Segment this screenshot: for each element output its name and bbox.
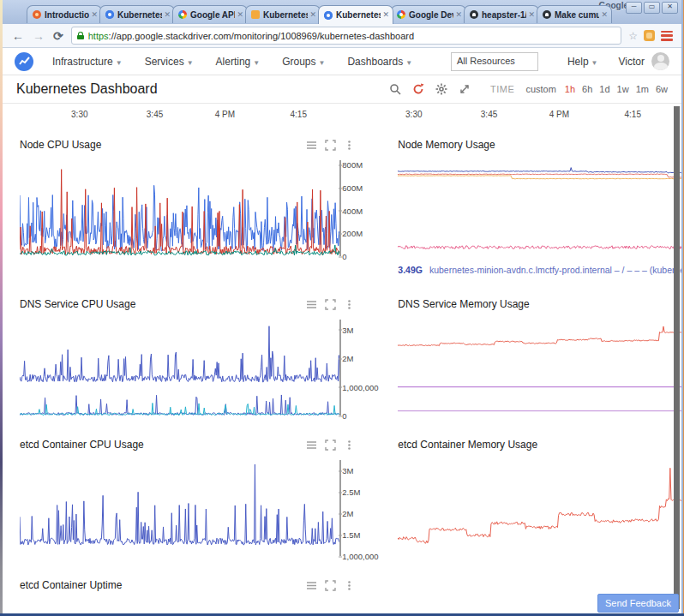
browser-tab-7[interactable]: heapster-1/s✕ bbox=[464, 5, 539, 23]
chart-more-icon[interactable] bbox=[344, 299, 355, 310]
time-range-custom[interactable]: custom bbox=[525, 84, 555, 94]
axis-tick-label: 1.5M bbox=[342, 530, 360, 540]
time-range-6w[interactable]: 6w bbox=[656, 84, 668, 94]
time-axis-col-1: 3:303:454 PM4:15 bbox=[6, 104, 340, 126]
scrollbar[interactable] bbox=[674, 106, 680, 609]
tab-title: Introduction bbox=[45, 10, 89, 20]
fullscreen-icon[interactable] bbox=[459, 83, 471, 95]
chart-title: Node Memory Usage bbox=[398, 139, 495, 151]
send-feedback-button[interactable]: Send Feedback bbox=[597, 594, 679, 613]
chart-y-axis: 3M2M1,000,0000 bbox=[339, 320, 379, 416]
chart-expand-icon[interactable] bbox=[325, 580, 336, 591]
tab-title: Google Deve bbox=[409, 10, 453, 20]
mem-orange bbox=[398, 176, 681, 179]
time-range-1h[interactable]: 1h bbox=[565, 84, 575, 94]
chart-legend-icon[interactable] bbox=[306, 140, 317, 151]
tab-close-icon[interactable]: ✕ bbox=[528, 11, 535, 19]
tab-close-icon[interactable]: ✕ bbox=[309, 11, 316, 19]
browser-tab-6[interactable]: Google Deve✕ bbox=[391, 5, 466, 23]
chart-more-icon[interactable] bbox=[344, 140, 355, 151]
help-menu[interactable]: Help▼ bbox=[567, 56, 598, 68]
chart-expand-icon[interactable] bbox=[325, 440, 336, 451]
tab-close-icon[interactable]: ✕ bbox=[164, 11, 171, 19]
dns-cpu-main bbox=[20, 326, 339, 382]
browser-tab-1[interactable]: Introduction✕ bbox=[27, 5, 102, 23]
chart-card-etcd-memory: etcd Container Memory Usage16M14M12M bbox=[384, 426, 681, 566]
chart-y-axis: 800M600M400M200M0 bbox=[339, 160, 379, 256]
time-range-1d[interactable]: 1d bbox=[599, 84, 609, 94]
nav-menu-dashboards[interactable]: Dashboards▼ bbox=[347, 56, 412, 68]
browser-titlebar: Google ─ ▭ ✕ Introduction✕Kubernetes✕Goo… bbox=[3, 0, 681, 24]
nav-menu-groups[interactable]: Groups▼ bbox=[282, 56, 325, 68]
extension-icon[interactable] bbox=[644, 30, 655, 41]
browser-tab-2[interactable]: Kubernetes✕ bbox=[99, 5, 175, 23]
tab-close-icon[interactable]: ✕ bbox=[455, 11, 462, 19]
avatar[interactable] bbox=[651, 52, 669, 70]
nav-menu-services[interactable]: Services▼ bbox=[145, 56, 194, 68]
axis-tick-label: 2M bbox=[342, 354, 353, 363]
google-colors-icon bbox=[397, 10, 405, 19]
chart-series-svg bbox=[20, 460, 339, 556]
chrome-menu-icon[interactable] bbox=[661, 31, 673, 41]
tab-title: Kubernetes bbox=[336, 10, 381, 20]
axis-tick-label: 1,000,000 bbox=[342, 552, 378, 561]
search-icon[interactable] bbox=[389, 83, 401, 95]
chart-legend-icon[interactable] bbox=[306, 580, 317, 591]
chevron-down-icon: ▼ bbox=[319, 59, 326, 67]
nav-menu-infrastructure[interactable]: Infrastructure▼ bbox=[52, 56, 123, 68]
flame-orange-icon bbox=[33, 10, 41, 19]
time-range-1m[interactable]: 1m bbox=[636, 84, 649, 94]
forward-button[interactable]: → bbox=[33, 30, 45, 42]
stackdriver-logo-icon[interactable] bbox=[15, 52, 33, 71]
chart-expand-icon[interactable] bbox=[325, 299, 336, 310]
reload-button[interactable]: ⟳ bbox=[53, 30, 63, 42]
chevron-down-icon: ▼ bbox=[187, 59, 194, 67]
chart-legend[interactable]: 3.49Gkubernetes-minion-avdn.c.lmctfy-pro… bbox=[398, 265, 681, 275]
tab-close-icon[interactable]: ✕ bbox=[382, 11, 389, 19]
chart-card-dns-memory: DNS Service Memory Usage15M10M5M0 bbox=[384, 285, 681, 426]
close-button[interactable]: ✕ bbox=[662, 2, 678, 14]
url-text[interactable]: https://app.google.stackdriver.com/monit… bbox=[88, 31, 414, 41]
desktop-wallpaper-strip bbox=[0, 0, 3, 616]
url-bar[interactable]: https://app.google.stackdriver.com/monit… bbox=[71, 27, 622, 45]
browser-tab-8[interactable]: Make cumul✕ bbox=[537, 5, 612, 23]
chart-series-svg bbox=[20, 160, 339, 256]
dashboard-toolbar: TIME custom1h6h1d1w1m6w bbox=[389, 83, 668, 95]
nav-menu-alerting[interactable]: Alerting▼ bbox=[216, 56, 261, 68]
chart-legend-icon[interactable] bbox=[306, 299, 317, 310]
chart-plot: 800M600M400M200M0 bbox=[20, 160, 379, 256]
browser-tab-3[interactable]: Google APIs✕ bbox=[172, 5, 248, 23]
chart-card-head: Node CPU Usage bbox=[20, 136, 379, 153]
chevron-down-icon: ▼ bbox=[405, 59, 412, 67]
refresh-icon[interactable] bbox=[412, 83, 424, 95]
nav-menu-group: Infrastructure▼Services▼Alerting▼Groups▼… bbox=[52, 56, 435, 68]
chart-title: etcd Container Uptime bbox=[20, 579, 122, 591]
page-content: Infrastructure▼Services▼Alerting▼Groups▼… bbox=[3, 48, 681, 613]
all-resources-box[interactable]: All Resources bbox=[451, 52, 538, 71]
chart-card-etcd-uptime: etcd Container Uptime bbox=[6, 566, 379, 611]
chart-plot: 15M10M5M0 bbox=[398, 320, 681, 416]
tab-close-icon[interactable]: ✕ bbox=[91, 11, 98, 19]
browser-tab-5[interactable]: Kubernetes✕ bbox=[318, 5, 393, 24]
chart-card-icons bbox=[306, 580, 355, 591]
chart-card-head: Node Memory Usage bbox=[398, 136, 681, 153]
back-button[interactable]: ← bbox=[12, 30, 24, 42]
chart-more-icon[interactable] bbox=[344, 440, 355, 451]
chart-legend-icon[interactable] bbox=[306, 440, 317, 451]
tab-close-icon[interactable]: ✕ bbox=[237, 11, 243, 19]
bookmark-star-icon[interactable]: ☆ bbox=[628, 30, 638, 42]
tab-close-icon[interactable]: ✕ bbox=[601, 11, 608, 19]
google-colors-icon bbox=[178, 10, 187, 19]
nav-menu-label: Dashboards bbox=[347, 56, 403, 68]
time-range-1w[interactable]: 1w bbox=[617, 84, 629, 94]
chart-expand-icon[interactable] bbox=[325, 140, 336, 151]
browser-tab-4[interactable]: Kubernetes✕ bbox=[245, 5, 321, 23]
chart-more-icon[interactable] bbox=[344, 580, 355, 591]
axis-tick-label: 3M bbox=[342, 466, 353, 475]
time-range-6h[interactable]: 6h bbox=[582, 84, 592, 94]
etcd-cpu-main bbox=[20, 464, 339, 545]
gear-icon[interactable] bbox=[435, 83, 447, 95]
browser-toolbar: ← → ⟳ https://app.google.stackdriver.com… bbox=[3, 24, 681, 48]
nav-menu-label: Alerting bbox=[216, 56, 251, 68]
chart-card-etcd-cpu: etcd Container CPU Usage3M2.5M2M1.5M1,00… bbox=[6, 426, 379, 566]
